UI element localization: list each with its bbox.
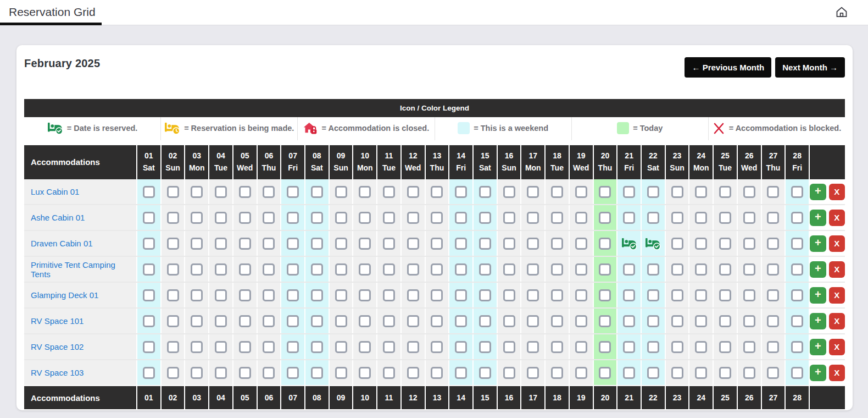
date-checkbox[interactable] (671, 341, 683, 353)
date-checkbox[interactable] (215, 212, 227, 224)
date-checkbox[interactable] (695, 315, 707, 327)
date-checkbox[interactable] (239, 186, 251, 198)
block-accommodation-button[interactable]: X (829, 287, 845, 304)
date-checkbox[interactable] (767, 341, 779, 353)
date-checkbox[interactable] (335, 186, 347, 198)
date-checkbox[interactable] (263, 341, 275, 353)
date-checkbox[interactable] (407, 212, 419, 224)
date-checkbox[interactable] (359, 289, 371, 301)
date-checkbox[interactable] (383, 263, 395, 276)
date-checkbox[interactable] (335, 367, 347, 379)
date-checkbox[interactable] (623, 367, 635, 379)
date-checkbox[interactable] (479, 186, 491, 198)
date-checkbox[interactable] (431, 341, 443, 353)
date-checkbox[interactable] (575, 238, 587, 250)
block-accommodation-button[interactable]: X (829, 365, 845, 381)
date-checkbox[interactable] (143, 263, 155, 276)
date-checkbox[interactable] (599, 186, 611, 198)
date-checkbox[interactable] (671, 186, 683, 198)
date-checkbox[interactable] (359, 212, 371, 224)
date-checkbox[interactable] (455, 212, 467, 224)
date-checkbox[interactable] (503, 367, 515, 379)
date-checkbox[interactable] (791, 238, 803, 250)
date-checkbox[interactable] (383, 341, 395, 353)
date-checkbox[interactable] (335, 263, 347, 276)
date-checkbox[interactable] (215, 367, 227, 379)
date-checkbox[interactable] (647, 212, 659, 224)
previous-month-button[interactable]: ← Previous Month (685, 57, 771, 78)
date-checkbox[interactable] (455, 186, 467, 198)
date-checkbox[interactable] (791, 186, 803, 198)
accommodation-link[interactable]: Lux Cabin 01 (31, 187, 79, 196)
date-checkbox[interactable] (503, 186, 515, 198)
date-checkbox[interactable] (191, 186, 203, 198)
date-checkbox[interactable] (647, 367, 659, 379)
date-checkbox[interactable] (551, 315, 563, 327)
date-checkbox[interactable] (311, 186, 323, 198)
date-checkbox[interactable] (503, 315, 515, 327)
date-checkbox[interactable] (287, 263, 299, 276)
date-checkbox[interactable] (143, 212, 155, 224)
date-checkbox[interactable] (791, 212, 803, 224)
date-checkbox[interactable] (623, 212, 635, 224)
date-checkbox[interactable] (719, 238, 731, 250)
date-checkbox[interactable] (287, 238, 299, 250)
block-accommodation-button[interactable]: X (829, 313, 845, 329)
date-checkbox[interactable] (527, 186, 539, 198)
add-reservation-button[interactable]: + (810, 261, 826, 278)
date-checkbox[interactable] (599, 341, 611, 353)
date-checkbox[interactable] (695, 367, 707, 379)
date-checkbox[interactable] (743, 289, 755, 301)
date-checkbox[interactable] (719, 212, 731, 224)
date-checkbox[interactable] (287, 315, 299, 327)
date-checkbox[interactable] (575, 367, 587, 379)
date-checkbox[interactable] (167, 289, 179, 301)
date-checkbox[interactable] (311, 238, 323, 250)
date-checkbox[interactable] (455, 341, 467, 353)
date-checkbox[interactable] (287, 186, 299, 198)
date-checkbox[interactable] (359, 315, 371, 327)
date-checkbox[interactable] (455, 238, 467, 250)
date-checkbox[interactable] (479, 367, 491, 379)
date-checkbox[interactable] (527, 367, 539, 379)
date-checkbox[interactable] (503, 341, 515, 353)
date-checkbox[interactable] (191, 367, 203, 379)
date-checkbox[interactable] (407, 315, 419, 327)
date-checkbox[interactable] (287, 289, 299, 301)
date-checkbox[interactable] (311, 341, 323, 353)
date-checkbox[interactable] (431, 212, 443, 224)
date-checkbox[interactable] (527, 212, 539, 224)
date-checkbox[interactable] (239, 341, 251, 353)
date-checkbox[interactable] (455, 263, 467, 276)
date-checkbox[interactable] (335, 315, 347, 327)
date-checkbox[interactable] (215, 186, 227, 198)
block-accommodation-button[interactable]: X (829, 261, 845, 278)
date-checkbox[interactable] (287, 341, 299, 353)
date-checkbox[interactable] (215, 315, 227, 327)
date-checkbox[interactable] (479, 238, 491, 250)
date-checkbox[interactable] (695, 263, 707, 276)
date-checkbox[interactable] (287, 367, 299, 379)
date-checkbox[interactable] (599, 263, 611, 276)
date-checkbox[interactable] (743, 367, 755, 379)
date-checkbox[interactable] (599, 367, 611, 379)
date-checkbox[interactable] (239, 263, 251, 276)
date-checkbox[interactable] (599, 238, 611, 250)
date-checkbox[interactable] (431, 186, 443, 198)
date-checkbox[interactable] (647, 186, 659, 198)
date-checkbox[interactable] (239, 238, 251, 250)
date-checkbox[interactable] (263, 315, 275, 327)
accommodation-link[interactable]: RV Space 102 (31, 342, 84, 351)
date-checkbox[interactable] (743, 315, 755, 327)
date-checkbox[interactable] (551, 238, 563, 250)
date-checkbox[interactable] (479, 289, 491, 301)
date-checkbox[interactable] (767, 186, 779, 198)
date-checkbox[interactable] (383, 186, 395, 198)
date-checkbox[interactable] (167, 263, 179, 276)
date-checkbox[interactable] (311, 263, 323, 276)
date-checkbox[interactable] (599, 289, 611, 301)
date-checkbox[interactable] (167, 238, 179, 250)
date-checkbox[interactable] (407, 186, 419, 198)
date-checkbox[interactable] (743, 186, 755, 198)
date-checkbox[interactable] (143, 341, 155, 353)
